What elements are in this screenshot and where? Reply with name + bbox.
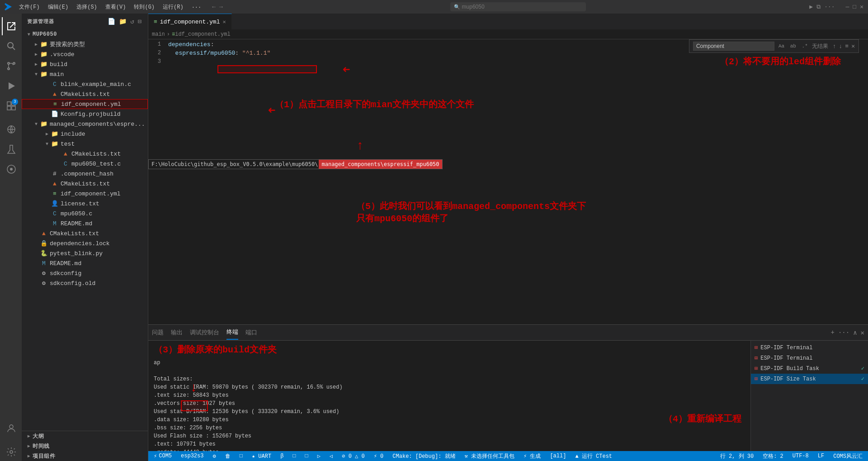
project-components-header[interactable]: ▶ 项目组件 xyxy=(22,451,148,461)
status-flash-icon[interactable]: □ xyxy=(238,453,245,459)
find-regex-icon[interactable]: .* xyxy=(801,43,809,49)
activity-source-control[interactable] xyxy=(2,57,20,75)
status-encoding[interactable]: UTF-8 xyxy=(791,452,811,460)
terminal-task-4[interactable]: ⊞ ESP-IDF Size Task ✓ xyxy=(751,374,868,384)
menu-select[interactable]: 选择(S) xyxy=(73,2,101,12)
close-btn[interactable]: ✕ xyxy=(860,3,863,10)
maximize-btn[interactable]: □ xyxy=(853,4,856,10)
tree-item-pytest-blink[interactable]: 🐍 pytest_blink.py xyxy=(22,248,148,258)
tree-item-mpu6050-c[interactable]: C mpu6050.c xyxy=(22,209,148,219)
status-generate[interactable]: ⚡ 生成 xyxy=(522,452,542,460)
global-search-input[interactable] xyxy=(450,2,586,11)
root-folder[interactable]: ▼ MUP6050 xyxy=(22,29,148,39)
status-line-col[interactable]: 行 2, 列 30 xyxy=(718,452,755,460)
tree-item-cmakelists2[interactable]: ▲ CMakeLists.txt xyxy=(22,179,148,189)
terminal-content[interactable]: （3）删除原来的build文件夹 ↓ ap Total sizes: Used … xyxy=(148,341,750,451)
terminal-task-3[interactable]: ⊞ ESP-IDF Build Task ✓ xyxy=(751,363,868,374)
tab-idf-component[interactable]: ≡ idf_component.yml ✕ xyxy=(148,14,232,29)
minimize-btn[interactable]: — xyxy=(846,4,849,10)
tree-item-readme-inner[interactable]: M README.md xyxy=(22,219,148,228)
run-icon[interactable]: ▶ xyxy=(809,3,813,10)
new-file-icon[interactable]: 📄 xyxy=(107,17,116,26)
tree-item-kconfig[interactable]: 📄 Kconfig.projbuild xyxy=(22,109,148,119)
nav-forward-icon[interactable]: → xyxy=(219,4,223,10)
tree-item-license[interactable]: 👤 license.txt xyxy=(22,199,148,209)
find-word-icon[interactable]: ab xyxy=(789,43,797,49)
find-input[interactable] xyxy=(693,42,774,51)
status-cmake[interactable]: CMake: [Debug]: 就绪 xyxy=(391,452,457,460)
activity-esp-idf[interactable] xyxy=(2,160,20,178)
status-warnings[interactable]: ⚡ 0 xyxy=(372,453,386,460)
tree-item-vscode[interactable]: ▶ 📁 .vscode xyxy=(22,49,148,59)
add-terminal-icon[interactable]: + xyxy=(831,329,835,336)
refresh-icon[interactable]: ↺ xyxy=(129,17,135,26)
status-all[interactable]: [all] xyxy=(548,453,568,459)
activity-test[interactable] xyxy=(2,140,20,158)
activity-remote[interactable] xyxy=(2,120,20,138)
status-errors[interactable]: ⊘ 0 △ 0 xyxy=(340,453,366,460)
tree-item-test[interactable]: ▼ 📁 test xyxy=(22,139,148,149)
status-settings-icon[interactable]: ⚙ xyxy=(211,453,217,460)
tree-item-idf-component2[interactable]: ≡ idf_component.yml xyxy=(22,189,148,199)
status-beta[interactable]: β xyxy=(278,453,285,459)
panel-tab-ports[interactable]: 端口 xyxy=(245,326,257,339)
panel-tab-terminal[interactable]: 终端 xyxy=(226,325,238,340)
terminal-expand-icon[interactable]: ∧ xyxy=(853,329,857,337)
activity-run-debug[interactable] xyxy=(2,77,20,95)
tab-close-icon[interactable]: ✕ xyxy=(222,19,226,25)
nav-back-icon[interactable]: ← xyxy=(212,4,216,10)
tree-item-mpu6050-test[interactable]: C mpu6050_test.c xyxy=(22,159,148,169)
code-editor[interactable]: 1 dependencies: 2 espressif/mpu6050: "^1… xyxy=(148,39,868,324)
status-run-ctest[interactable]: ▲ 运行 CTest xyxy=(573,452,614,460)
terminal-close-icon[interactable]: ✕ xyxy=(861,329,864,337)
tree-item-managed-components[interactable]: ▼ 📁 managed_components\espre... xyxy=(22,119,148,129)
status-uart[interactable]: ★ UART xyxy=(250,453,273,460)
tree-item-dependencies-lock[interactable]: 🔒 dependencies.lock xyxy=(22,238,148,248)
new-folder-icon[interactable]: 📁 xyxy=(118,17,127,26)
status-delete-icon[interactable]: 🗑 xyxy=(223,453,232,460)
tree-item-cmakelists-test[interactable]: ▲ CMakeLists.txt xyxy=(22,149,148,159)
find-up-icon[interactable]: ↑ xyxy=(833,43,836,50)
tree-item-readme-root[interactable]: M README.md xyxy=(22,258,148,268)
find-lines-icon[interactable]: ≡ xyxy=(845,43,849,50)
panel-tab-output[interactable]: 输出 xyxy=(171,326,183,339)
tree-item-idf-component[interactable]: ≡ idf_component.yml xyxy=(22,99,148,109)
status-toolkit[interactable]: ⚒ 未选择任何工具包 xyxy=(463,452,516,460)
terminal-task-1[interactable]: ⊞ ESP-IDF Terminal xyxy=(751,342,868,353)
status-debug-icon[interactable]: ◁ xyxy=(328,453,335,460)
status-com5[interactable]: ⚡ COM5 xyxy=(152,453,174,460)
more-actions-icon[interactable]: ··· xyxy=(824,4,835,10)
status-fullclean-icon[interactable]: □ xyxy=(303,453,310,459)
menu-edit[interactable]: 编辑(E) xyxy=(44,2,72,12)
status-monitor-icon[interactable]: □ xyxy=(291,453,297,459)
status-spaces[interactable]: 空格: 2 xyxy=(761,452,785,460)
status-esp32s3[interactable]: esp32s3 xyxy=(179,453,205,459)
menu-more[interactable]: ... xyxy=(188,2,205,12)
outline-header[interactable]: ▶ 大纲 xyxy=(22,431,148,441)
activity-explorer[interactable] xyxy=(2,17,20,35)
menu-view[interactable]: 查看(V) xyxy=(102,2,130,12)
activity-account[interactable] xyxy=(2,419,20,437)
find-case-icon[interactable]: Aa xyxy=(777,43,786,49)
tree-item-cmakelists-root[interactable]: ▲ CMakeLists.txt xyxy=(22,228,148,238)
collapse-all-icon[interactable]: ⊟ xyxy=(137,17,142,26)
panel-tab-problems[interactable]: 问题 xyxy=(152,326,164,339)
tree-item-sdkconfig-old[interactable]: ⚙ sdkconfig.old xyxy=(22,278,148,288)
menu-file[interactable]: 文件(F) xyxy=(15,2,43,12)
status-csdn[interactable]: COMS风云汇 xyxy=(831,452,864,460)
split-editor-icon[interactable]: ⧉ xyxy=(816,4,821,10)
tree-item-component-hash[interactable]: # .component_hash xyxy=(22,169,148,179)
activity-search[interactable] xyxy=(2,37,20,55)
tree-item-search-types[interactable]: ▶ 📁 要搜索的类型 xyxy=(22,39,148,49)
terminal-task-2[interactable]: ⊞ ESP-IDF Terminal xyxy=(751,353,868,363)
find-close-icon[interactable]: ✕ xyxy=(851,43,855,50)
tree-item-blink-main[interactable]: C blink_example_main.c xyxy=(22,79,148,89)
menu-run[interactable]: 运行(R) xyxy=(159,2,187,12)
activity-settings[interactable] xyxy=(2,443,20,461)
status-build-icon[interactable]: ▷ xyxy=(316,453,322,460)
tree-item-sdkconfig[interactable]: ⚙ sdkconfig xyxy=(22,268,148,278)
timeline-header[interactable]: ▶ 时间线 xyxy=(22,441,148,451)
status-eol[interactable]: LF xyxy=(816,452,826,460)
tree-item-main[interactable]: ▼ 📁 main xyxy=(22,69,148,79)
tree-item-cmakelists-main[interactable]: ▲ CMakeLists.txt xyxy=(22,89,148,99)
